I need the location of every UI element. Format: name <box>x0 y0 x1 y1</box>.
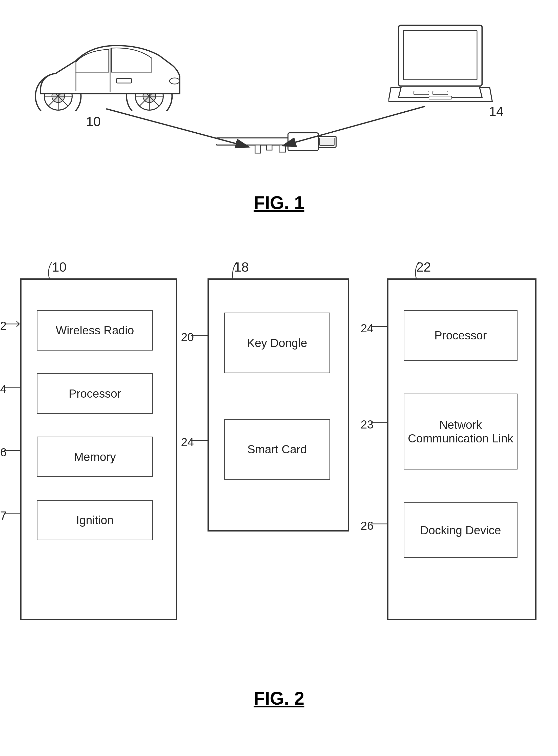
fig1-area: 10 14 <box>0 15 558 243</box>
svg-rect-22 <box>414 91 429 95</box>
component-docking-device: Docking Device <box>404 502 517 558</box>
processor-right-label: Processor <box>434 329 487 342</box>
wireless-radio-label: Wireless Radio <box>56 324 134 337</box>
memory-label: Memory <box>74 450 116 464</box>
system-box-left: 10 Wireless Radio 12 Processor 14 <box>20 278 177 620</box>
svg-rect-27 <box>267 145 272 150</box>
key-dongle-label: Key Dongle <box>247 336 307 350</box>
laptop-illustration <box>388 23 495 105</box>
num26-connector <box>368 518 390 530</box>
svg-point-17 <box>170 78 180 84</box>
svg-rect-21 <box>404 30 477 80</box>
system-box-middle: 18 Key Dongle 20 Smart Card 24 <box>207 278 349 531</box>
component-key-dongle: Key Dongle <box>224 312 330 373</box>
processor-left-label: Processor <box>69 387 121 400</box>
left-label-connector <box>34 259 59 280</box>
svg-rect-28 <box>255 145 261 153</box>
laptop-label: 14 <box>489 104 504 119</box>
svg-rect-23 <box>433 91 448 95</box>
svg-rect-16 <box>117 78 132 83</box>
car-label: 10 <box>86 114 101 129</box>
component-network-comm-link: Network Communication Link <box>404 394 517 470</box>
num24r-connector <box>368 320 390 333</box>
car-illustration <box>25 25 182 112</box>
fig2-area: 10 Wireless Radio 12 Processor 14 <box>0 248 558 716</box>
docking-device-label: Docking Device <box>420 523 501 537</box>
middle-label-connector <box>219 259 244 280</box>
svg-rect-25 <box>216 138 289 145</box>
num12-connector <box>1 318 23 330</box>
smart-card-label: Smart Card <box>247 443 307 456</box>
fig2-title: FIG. 2 <box>254 688 304 709</box>
component-ignition: Ignition <box>37 500 153 540</box>
right-label-connector <box>401 259 426 280</box>
component-wireless-radio: Wireless Radio <box>37 310 153 351</box>
num20-connector <box>188 329 210 342</box>
component-processor-left: Processor <box>37 373 153 414</box>
svg-rect-26 <box>279 145 285 152</box>
key-illustration <box>216 122 343 163</box>
num17-connector <box>1 507 23 520</box>
svg-rect-24 <box>429 96 452 99</box>
num23-connector <box>368 417 390 429</box>
num16-connector <box>1 444 23 457</box>
svg-rect-31 <box>320 138 334 146</box>
ignition-label: Ignition <box>76 513 113 527</box>
num24m-connector <box>188 434 210 447</box>
num14-connector <box>1 381 23 394</box>
page: 10 14 <box>0 0 558 756</box>
network-comm-link-label: Network Communication Link <box>404 418 517 445</box>
component-memory: Memory <box>37 436 153 477</box>
fig1-title: FIG. 1 <box>254 192 304 213</box>
system-box-right: 22 Processor 24 Network Communication Li… <box>387 278 536 620</box>
svg-rect-29 <box>288 133 319 151</box>
component-processor-right: Processor <box>404 310 517 361</box>
component-smart-card: Smart Card <box>224 419 330 480</box>
